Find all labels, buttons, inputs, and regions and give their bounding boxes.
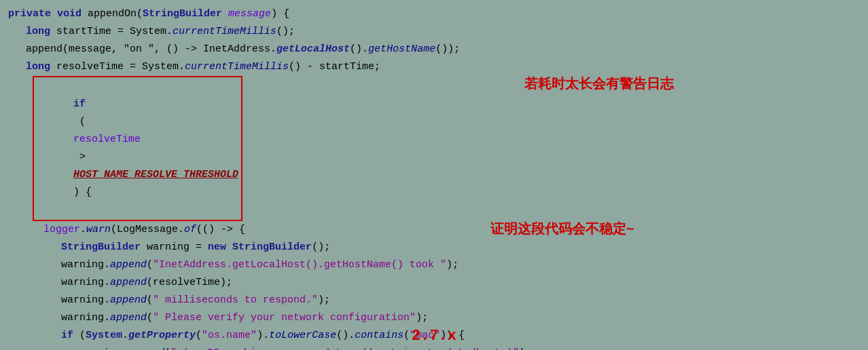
code-container: private void appendOn( StringBuilder mes…	[0, 0, 868, 350]
annotation-line1: 若耗时太长会有警告日志	[524, 75, 674, 92]
var-resolvetime: resolveTime	[73, 134, 141, 145]
type-stringbuilder: StringBuilder	[143, 5, 222, 23]
code-line-3: append (message, "on ", () -> InetAddres…	[8, 41, 868, 58]
code-line-7: StringBuilder warning = new StringBuilde…	[8, 239, 868, 256]
code-line-2: long startTime = System. currentTimeMill…	[8, 23, 868, 41]
keyword-void: void	[57, 5, 82, 23]
keyword-private: private	[8, 5, 51, 23]
code-line-4: long resolveTime = System. currentTimeMi…	[8, 58, 868, 76]
const-threshold: HOST_NAME_RESOLVE_THRESHOLD	[73, 169, 238, 180]
if-highlight-box: if ( resolveTime > HOST_NAME_RESOLVE_THR…	[33, 76, 242, 221]
param-message: message	[228, 5, 271, 23]
code-line-13: warning. append ( " (macOS machines may …	[8, 345, 868, 350]
code-line-1: private void appendOn( StringBuilder mes…	[8, 5, 868, 23]
code-line-6: logger . warn (LogMessage. of (() -> { 证…	[8, 221, 868, 239]
code-line-10: warning. append ( " milliseconds to resp…	[8, 292, 868, 309]
code-line-11: warning. append ( " Please verify your n…	[8, 309, 868, 327]
annotation-line2: 证明这段代码会不稳定~	[490, 220, 634, 237]
code-line-9: warning. append (resolveTime);	[8, 274, 868, 292]
version-text: 2.7.x	[412, 328, 456, 345]
code-line-8: warning. append ( "InetAddress.getLocalH…	[8, 256, 868, 274]
code-line-5-wrapper: if ( resolveTime > HOST_NAME_RESOLVE_THR…	[8, 76, 868, 221]
